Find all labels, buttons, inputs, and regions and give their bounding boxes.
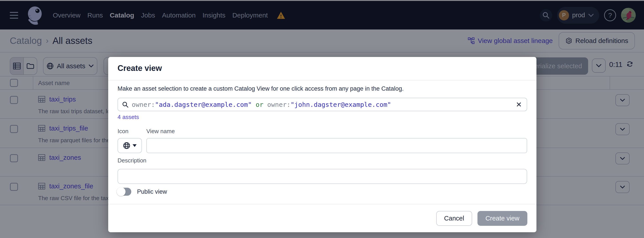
public-view-toggle[interactable] <box>117 188 131 196</box>
toggle-knob <box>117 187 126 196</box>
icon-picker-dropdown[interactable] <box>118 138 142 153</box>
cancel-button[interactable]: Cancel <box>436 211 472 226</box>
view-name-field-label: View name <box>146 128 175 135</box>
caret-down-icon <box>132 144 136 147</box>
app-root: Overview Runs Catalog Jobs Automation In… <box>0 0 644 238</box>
create-view-dialog: Create view Make an asset selection to c… <box>108 57 536 232</box>
globe-icon <box>123 142 130 149</box>
create-view-button[interactable]: Create view <box>478 211 527 226</box>
description-field-label: Description <box>118 157 146 164</box>
search-icon <box>122 101 128 108</box>
public-view-row: Public view <box>117 188 167 196</box>
divider <box>108 80 536 80</box>
public-view-label: Public view <box>137 188 167 195</box>
dialog-title: Create view <box>118 64 162 73</box>
dialog-footer: Cancel Create view <box>108 204 536 232</box>
description-input[interactable] <box>118 169 527 184</box>
icon-field-label: Icon <box>118 128 128 135</box>
assets-count-link[interactable]: 4 assets <box>118 114 139 121</box>
dialog-description: Make an asset selection to create a cust… <box>118 85 404 92</box>
asset-selection-input[interactable]: owner:"ada.dagster@example.com" or owner… <box>118 98 527 111</box>
view-name-input[interactable] <box>146 138 527 153</box>
asset-selection-query: owner:"ada.dagster@example.com" or owner… <box>132 101 391 108</box>
clear-selection-icon[interactable]: ✕ <box>516 101 522 108</box>
